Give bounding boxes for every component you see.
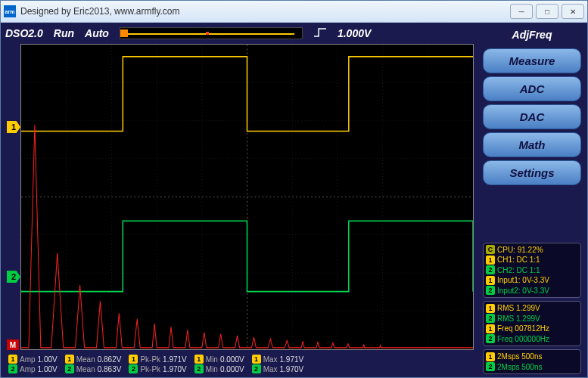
stats-row-1: 1Amp1.00V 1Mean0.862V 1Pk-Pk1.971V 1Min0… bbox=[7, 355, 474, 364]
trigger-position-bar[interactable] bbox=[120, 27, 303, 39]
oscilloscope-display[interactable] bbox=[20, 44, 474, 350]
window-title: Designed by Eric2013, www.armfly.com bbox=[20, 6, 180, 17]
window-controls: ─ □ ✕ bbox=[510, 4, 584, 19]
volt-per-div[interactable]: 1.000V bbox=[338, 27, 371, 39]
titlebar: arm Designed by Eric2013, www.armfly.com… bbox=[1, 1, 587, 23]
settings-button[interactable]: Settings bbox=[483, 160, 581, 185]
scope-area: 1 2 M ◀ bbox=[7, 44, 474, 350]
adc-button[interactable]: ADC bbox=[483, 76, 581, 101]
app-icon: arm bbox=[4, 5, 16, 17]
ch2-marker[interactable]: 2 bbox=[7, 271, 20, 283]
minimize-button[interactable]: ─ bbox=[510, 4, 533, 19]
trigger-edge-icon[interactable] bbox=[313, 27, 327, 40]
info-box-timebase: 12Msps 500ns 22Msps 500ns bbox=[483, 349, 581, 374]
measure-button[interactable]: Measure bbox=[483, 48, 581, 73]
right-panel: AdjFreq Measure ADC DAC Math Settings CC… bbox=[480, 23, 587, 377]
content-area: DSO2.0 Run Auto 1.000V 1 2 M ◀ bbox=[1, 23, 587, 377]
main-area: DSO2.0 Run Auto 1.000V 1 2 M ◀ bbox=[1, 23, 480, 377]
math-button[interactable]: Math bbox=[483, 132, 581, 157]
toolbar: DSO2.0 Run Auto 1.000V bbox=[1, 23, 480, 44]
ch1-marker[interactable]: 1 bbox=[7, 121, 20, 133]
dac-button[interactable]: DAC bbox=[483, 104, 581, 129]
adj-freq-label: AdjFreq bbox=[483, 27, 581, 45]
auto-button[interactable]: Auto bbox=[85, 27, 109, 39]
run-button[interactable]: Run bbox=[54, 27, 74, 39]
waveform-svg bbox=[21, 45, 473, 349]
app-window: arm Designed by Eric2013, www.armfly.com… bbox=[0, 0, 588, 378]
stats-row-2: 2Amp1.00V 2Mean0.863V 2Pk-Pk1.970V 2Min0… bbox=[7, 364, 474, 373]
measurement-bar: 1Amp1.00V 1Mean0.862V 1Pk-Pk1.971V 1Min0… bbox=[1, 353, 480, 377]
info-box-status: CCPU: 91.22% 1CH1: DC 1:1 2CH2: DC 1:1 1… bbox=[483, 243, 581, 299]
math-marker[interactable]: M bbox=[7, 339, 19, 350]
maximize-button[interactable]: □ bbox=[536, 4, 558, 19]
info-box-measure: 1RMS 1.299V 2RMS 1.299V 1Freq 007812Hz 2… bbox=[483, 301, 581, 346]
product-label[interactable]: DSO2.0 bbox=[5, 27, 43, 39]
close-button[interactable]: ✕ bbox=[562, 4, 584, 19]
